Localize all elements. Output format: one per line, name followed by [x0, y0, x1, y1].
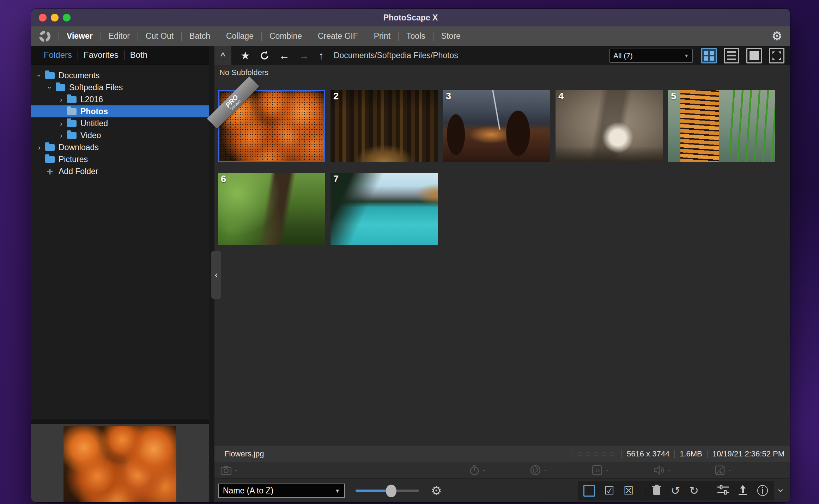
tab-store[interactable]: Store	[434, 26, 468, 46]
thumbnail-1-roses[interactable]: PRO Version	[218, 90, 325, 162]
tree-item-l2016[interactable]: › L2016	[31, 93, 209, 105]
refresh-icon[interactable]	[259, 50, 270, 61]
expander-icon[interactable]: ›	[45, 84, 54, 92]
trash-icon	[652, 484, 661, 496]
select-all-checkbox-icon[interactable]: ☑	[604, 485, 614, 496]
tree-item-untitled[interactable]: › Untitled	[31, 117, 209, 129]
thumbnail-4-rabbit[interactable]: 4	[556, 90, 663, 162]
tree-item-softpedia-files[interactable]: › Softpedia Files	[31, 81, 209, 93]
thumbnail-image	[330, 90, 438, 162]
tree-item-downloads[interactable]: › Downloads	[31, 141, 209, 153]
status-separator	[674, 450, 675, 458]
list-view-button[interactable]	[724, 48, 739, 63]
back-arrow-icon[interactable]: ←	[279, 50, 290, 62]
collapse-pathbar-button[interactable]: ^	[214, 46, 231, 65]
single-view-button[interactable]	[746, 48, 762, 63]
tab-separator	[310, 32, 310, 41]
status-separator	[707, 450, 708, 458]
grid-view-button[interactable]	[701, 48, 717, 63]
tab-collage[interactable]: Collage	[219, 26, 261, 46]
select-mode-button[interactable]	[583, 485, 595, 497]
shutter-speed-icon	[469, 465, 479, 475]
preview-panel	[31, 424, 209, 502]
folder-icon	[67, 108, 77, 115]
tree-item-pictures[interactable]: Pictures	[31, 153, 209, 165]
info-button[interactable]: ⓘ	[757, 485, 768, 496]
expander-icon[interactable]: ›	[35, 143, 44, 152]
image-dimensions: 5616 x 3744	[627, 449, 669, 459]
fullscreen-view-button[interactable]	[769, 48, 784, 63]
tab-print[interactable]: Print	[367, 26, 398, 46]
tab-editor[interactable]: Editor	[102, 26, 137, 46]
expander-icon[interactable]: ›	[35, 72, 44, 80]
delete-trash-button[interactable]	[652, 484, 661, 497]
iso-icon: ISO	[592, 465, 602, 475]
tab-tools[interactable]: Tools	[399, 26, 432, 46]
thumbnail-5-tiger[interactable]: 5	[668, 90, 775, 162]
tree-item-photos-selected[interactable]: Photos	[31, 105, 209, 117]
pathbar: ^ ★ ← → ↑ Documents/Softpedia Files/Phot…	[214, 46, 790, 65]
expander-icon[interactable]: ›	[56, 119, 66, 128]
content-area: ^ ★ ← → ↑ Documents/Softpedia Files/Phot…	[214, 46, 790, 502]
rotate-cw-button[interactable]: ↻	[689, 485, 699, 496]
exif-camera: -	[221, 466, 237, 475]
camera-icon	[221, 466, 231, 475]
preview-image-roses[interactable]	[63, 426, 176, 502]
tab-separator	[261, 32, 262, 41]
folder-icon	[56, 84, 65, 91]
expander-icon[interactable]: ›	[56, 131, 66, 140]
thumbnail-7-lake[interactable]: 7	[330, 173, 438, 245]
thumbnail-image	[443, 90, 550, 162]
sidebar-tab-favorites[interactable]: Favorites	[78, 50, 124, 60]
settings-gear-icon[interactable]: ⚙	[772, 26, 782, 46]
expander-icon[interactable]: ›	[56, 96, 66, 104]
rotate-ccw-button[interactable]: ↺	[671, 485, 680, 496]
tree-item-documents[interactable]: › Documents	[31, 69, 209, 81]
sidebar-tab-both[interactable]: Both	[125, 50, 153, 60]
exif-shutter-value: -	[483, 466, 485, 474]
filename-label: Flowers.jpg	[224, 449, 264, 459]
tree-label: Documents	[59, 71, 99, 80]
thumbnail-3-desert[interactable]: 3	[443, 90, 550, 162]
view-settings-gear-icon[interactable]: ⚙	[431, 484, 442, 498]
dropdown-triangle-icon: ▼	[684, 53, 689, 59]
sidebar-tab-folders[interactable]: Folders	[38, 50, 78, 60]
tab-viewer[interactable]: Viewer	[60, 26, 100, 46]
status-separator	[621, 450, 622, 458]
slider-thumb[interactable]	[386, 485, 396, 497]
folder-icon	[45, 72, 55, 79]
star-rating[interactable]: ☆☆☆☆☆	[576, 449, 617, 459]
tab-batch[interactable]: Batch	[182, 26, 217, 46]
thumbnail-2-forest[interactable]: 2	[330, 90, 438, 162]
fullscreen-icon	[772, 51, 781, 60]
up-folder-icon[interactable]: ↑	[318, 50, 324, 62]
thumbnail-6-moss[interactable]: 6	[218, 173, 325, 245]
file-meta: ☆☆☆☆☆ 5616 x 3744 1.6MB 10/19/21 2:36:52…	[571, 449, 784, 459]
status-separator	[571, 450, 571, 458]
forward-arrow-icon[interactable]: →	[299, 50, 309, 62]
collapse-toolbar-chevron[interactable]: ›	[779, 485, 783, 497]
grid-view-icon	[704, 51, 714, 61]
downloads-folder-icon	[45, 144, 55, 151]
sort-dropdown[interactable]: Name (A to Z) ▼	[218, 484, 345, 498]
upload-icon	[738, 484, 748, 496]
exif-shutter: -	[469, 465, 485, 475]
tab-separator	[59, 32, 59, 41]
exif-values: - - ISO -	[469, 465, 731, 475]
exif-bar: - -	[214, 462, 790, 478]
tree-item-video[interactable]: › Video	[31, 129, 209, 141]
tab-creategif[interactable]: Create GIF	[311, 26, 365, 46]
tab-cutout[interactable]: Cut Out	[139, 26, 181, 46]
filter-dropdown[interactable]: All (7) ▼	[609, 49, 693, 63]
tab-combine[interactable]: Combine	[262, 26, 309, 46]
favorite-star-icon[interactable]: ★	[241, 49, 250, 62]
thumbnail-size-slider[interactable]	[356, 484, 419, 498]
adjustments-button[interactable]	[717, 485, 729, 497]
sidebar-collapse-handle[interactable]: ‹	[211, 251, 221, 299]
deselect-checkbox-icon[interactable]: ☒	[624, 485, 634, 496]
thumbnail-image	[556, 90, 663, 162]
share-upload-button[interactable]	[738, 484, 748, 497]
slider-fill	[356, 490, 391, 492]
tree-item-add-folder[interactable]: + Add Folder	[31, 165, 209, 177]
filter-value: All (7)	[613, 51, 633, 60]
